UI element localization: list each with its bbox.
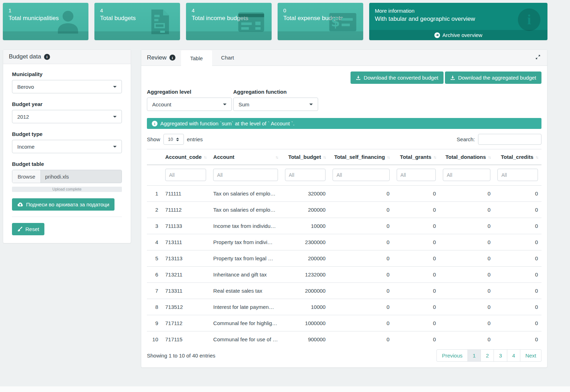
header-total-self-financing[interactable]: Total_self_financing↑↓ [329,149,393,165]
cell-account-code: 713512 [162,299,210,315]
budget-type-select[interactable]: Income [12,140,122,153]
reset-button-label: Reset [25,226,39,232]
page-bottom-strip [0,386,570,392]
browse-button[interactable]: Browse [12,170,41,183]
filter-cell-empty [147,165,162,186]
info-icon[interactable]: i [44,54,50,60]
filter-total-credits[interactable] [497,169,538,181]
info-icon[interactable]: i [169,55,175,61]
header-account-code[interactable]: Account_code↑↓ [162,149,210,165]
cell-total-budget: 10000 [281,299,329,315]
stat-cards-row: 1 Total municipalities 4 Total budgets 4 [3,3,547,40]
search-input[interactable] [478,134,541,145]
cell-total-credits: 0 [494,218,541,234]
submit-button-label: Поднеси во архивата за податоци [26,201,109,207]
cell-total-donations: 0 [439,299,494,315]
aggregation-function-label: Aggregation function [233,89,318,95]
table-filter-row [147,165,541,186]
cell-total-donations: 0 [439,283,494,299]
cell-index: 4 [147,234,162,250]
page-button-4[interactable]: 4 [507,349,520,362]
card-total-income-budgets[interactable]: 4 Total income budgets [186,3,272,40]
review-body: Download the converted budget Download t… [141,66,547,367]
table-header-row: Account_code↑↓ Account↑↓ Total_budget↑↓ … [147,149,541,165]
cell-total-credits: 0 [494,315,541,331]
card-total-municipalities[interactable]: 1 Total municipalities [3,3,88,40]
aggregation-level-select[interactable]: Account [147,98,232,111]
cell-total-credits: 0 [494,202,541,218]
tab-table[interactable]: Table [181,50,212,66]
card-total-budgets[interactable]: 4 Total budgets [94,3,180,40]
aggregation-function-select[interactable]: Sum [233,98,318,111]
archive-overview-link[interactable]: ➜ Archive overview [369,30,547,40]
header-index [147,149,162,165]
cell-account: Property tax from legal … [210,250,281,267]
table-row: 9 717112 Communal fee for highlig… 10000… [147,315,541,331]
header-total-donations[interactable]: Total_donations↑↓ [439,149,494,165]
file-name: prihodi.xls [41,170,122,183]
filter-total-grants[interactable] [397,169,436,181]
chevron-down-icon [113,116,117,118]
download-converted-button[interactable]: Download the converted budget [351,71,444,84]
header-total-budget[interactable]: Total_budget↑↓ [281,149,329,165]
budget-type-label: Budget type [12,131,122,137]
download-converted-label: Download the converted budget [364,75,438,81]
cell-total-self-financing: 0 [329,250,393,267]
header-total-credits[interactable]: Total_credits↑↓ [494,149,541,165]
cell-account-code: 713111 [162,234,210,250]
cell-total-donations: 0 [439,186,494,202]
page-button-2[interactable]: 2 [481,349,494,362]
budget-table-file-input[interactable]: Browse prihodi.xls [12,170,122,183]
cell-total-grants: 0 [393,283,440,299]
header-account[interactable]: Account↑↓ [210,149,281,165]
page-button-next[interactable]: Next [520,349,541,362]
card-total-expense-budgets[interactable]: 0 Total expense budgets $ [278,3,363,40]
cell-total-budget: 1000000 [281,315,329,331]
download-aggregated-button[interactable]: Download the aggregated budget [445,71,541,84]
spinner-arrows-icon [176,138,179,141]
page-button-3[interactable]: 3 [494,349,507,362]
cell-total-grants: 0 [393,331,440,348]
filter-total-self-financing[interactable] [333,169,389,181]
showing-entries-text: Showing 1 to 10 of 40 entries [147,353,215,359]
table-row: 5 713113 Property tax from legal … 20000… [147,250,541,267]
cell-total-budget: 2000000 [281,283,329,299]
review-header: Review i Table Chart [141,50,547,66]
filter-account[interactable] [213,169,278,181]
cell-total-credits: 0 [494,267,541,283]
table-row: 4 713111 Property tax from indivi… 23000… [147,234,541,250]
document-icon [145,8,174,36]
download-aggregated-label: Download the aggregated budget [458,75,536,81]
page-size-select[interactable]: 10 [163,134,184,145]
submit-to-archive-button[interactable]: Поднеси во архивата за податоци [12,198,114,211]
cell-total-self-financing: 0 [329,267,393,283]
cell-account: Real estate sales tax [210,283,281,299]
budget-year-select[interactable]: 2012 [12,110,122,123]
cell-total-donations: 0 [439,267,494,283]
budget-table: Account_code↑↓ Account↑↓ Total_budget↑↓ … [147,149,541,347]
cell-total-self-financing: 0 [329,283,393,299]
money-check-icon: $ [329,8,357,36]
page-button-1[interactable]: 1 [467,349,481,362]
review-panel: Review i Table Chart Down [141,49,547,368]
page-button-previous[interactable]: Previous [436,349,467,362]
filter-total-donations[interactable] [443,169,490,181]
expand-icon[interactable] [529,54,547,61]
cell-index: 1 [147,186,162,202]
header-total-grants[interactable]: Total_grants↑↓ [393,149,440,165]
tab-chart[interactable]: Chart [212,50,243,66]
entries-label: entries [187,136,203,142]
reset-button[interactable]: Reset [12,223,44,235]
cell-total-self-financing: 0 [329,234,393,250]
municipality-select[interactable]: Berovo [12,80,122,93]
budget-year-value: 2012 [17,114,29,120]
cell-total-budget: 1232000 [281,267,329,283]
cell-account: Tax on salaries of emplo… [210,202,281,218]
search-label: Search: [457,136,475,142]
sort-arrows-icon: ↑↓ [323,155,326,159]
sort-arrows-icon: ↑↓ [387,155,390,159]
filter-total-budget[interactable] [285,169,326,181]
filter-account-code[interactable] [165,169,206,181]
cell-account: Inheritance and gift tax [210,267,281,283]
table-footer: Showing 1 to 10 of 40 entries Previous12… [147,349,541,362]
